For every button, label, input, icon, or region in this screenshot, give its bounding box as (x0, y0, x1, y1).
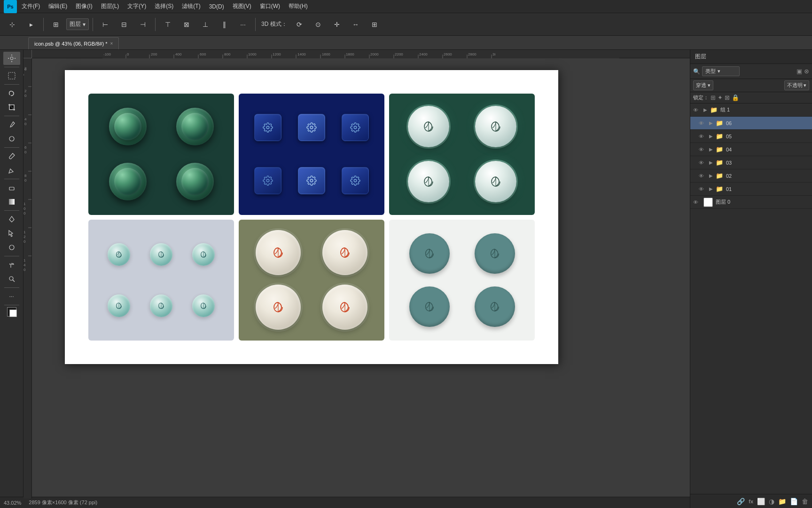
teal-small-btn-4[interactable] (108, 294, 130, 317)
flat-teal-btn-4[interactable] (475, 286, 515, 327)
menu-file[interactable]: 文件(F) (18, 1, 44, 11)
lock-artboard-icon[interactable]: ⊠ (725, 94, 730, 101)
delete-layer-btn[interactable]: 🗑 (802, 498, 808, 505)
pen-tool[interactable] (3, 213, 20, 226)
silver-leaf-btn-4[interactable] (475, 161, 516, 202)
menu-layer[interactable]: 图层(L) (97, 1, 123, 11)
arrow-select-tool[interactable] (3, 227, 20, 240)
link-layers-btn[interactable]: 🔗 (737, 498, 745, 505)
more-options-btn[interactable]: ··· (234, 16, 251, 33)
shape-tool[interactable] (3, 241, 20, 254)
metal-sphere-1[interactable] (109, 108, 147, 145)
gear-btn-6[interactable] (342, 167, 369, 194)
brush-tool[interactable] (3, 150, 20, 163)
teal-small-btn-5[interactable] (150, 294, 172, 317)
gear-btn-3[interactable] (342, 114, 369, 141)
clone-tool[interactable] (3, 164, 20, 177)
teal-small-btn-2[interactable] (150, 243, 172, 266)
eyedropper-tool[interactable] (3, 118, 20, 131)
menu-filter[interactable]: 滤镜(T) (178, 1, 204, 11)
3d-scale-btn[interactable]: ⊞ (366, 16, 383, 33)
adjustment-layer-btn[interactable]: ◑ (769, 498, 774, 505)
metal-sphere-4[interactable] (176, 163, 214, 200)
lasso-tool[interactable] (3, 87, 20, 100)
flat-teal-btn-3[interactable] (409, 286, 450, 327)
align-right-btn[interactable]: ⊣ (134, 16, 151, 33)
metal-sphere-3[interactable] (109, 163, 147, 200)
tool-arrow-btn[interactable]: ▸ (23, 16, 39, 33)
layer-item-03[interactable]: 👁 ▶ 📁 03 (690, 156, 812, 169)
align-center-h-btn[interactable]: ⊟ (116, 16, 133, 33)
3d-roll-btn[interactable]: ⊙ (310, 16, 327, 33)
olive-leaf-btn-1[interactable] (256, 230, 301, 275)
visibility-icon[interactable]: 👁 (693, 107, 701, 113)
metal-sphere-2[interactable] (176, 108, 214, 145)
zoom-tool[interactable] (3, 272, 20, 286)
type-dropdown[interactable]: 类型 ▾ (702, 66, 740, 76)
menu-edit[interactable]: 编辑(E) (45, 1, 71, 11)
gear-btn-2[interactable] (298, 114, 325, 141)
add-mask-btn[interactable]: ⬜ (757, 498, 765, 505)
filter-pixel-icon[interactable]: ▣ (796, 68, 802, 75)
transform-btn[interactable]: ⊞ (47, 16, 64, 33)
heal-tool[interactable] (3, 132, 20, 145)
menu-3d[interactable]: 3D(D) (205, 2, 228, 11)
teal-small-btn-6[interactable] (192, 294, 215, 317)
lock-pixels-icon[interactable]: ⊞ (710, 94, 716, 101)
gradient-tool[interactable] (3, 195, 20, 208)
new-group-btn[interactable]: 📁 (778, 498, 786, 505)
visibility-icon[interactable]: 👁 (699, 160, 706, 166)
olive-leaf-btn-2[interactable] (322, 230, 367, 275)
canvas-tab[interactable]: icon.psb @ 43% (06, RGB/8#) * × (28, 37, 119, 49)
visibility-icon[interactable]: 👁 (693, 199, 701, 205)
expand-icon[interactable]: ▶ (709, 160, 713, 165)
menu-text[interactable]: 文字(Y) (124, 1, 150, 11)
layer-item-0[interactable]: 👁 图层 0 (690, 196, 812, 209)
align-top-btn[interactable]: ⊤ (159, 16, 176, 33)
align-left-btn[interactable]: ⊢ (97, 16, 114, 33)
menu-help[interactable]: 帮助(H) (285, 1, 312, 11)
new-layer-btn[interactable]: 📄 (790, 498, 798, 505)
visibility-icon[interactable]: 👁 (699, 186, 706, 192)
expand-icon[interactable]: ▶ (709, 186, 713, 191)
selection-tool[interactable] (3, 69, 20, 82)
align-center-v-btn[interactable]: ⊠ (178, 16, 195, 33)
background-color[interactable] (9, 310, 17, 317)
menu-select[interactable]: 选择(S) (151, 1, 177, 11)
hand-tool[interactable] (3, 258, 20, 271)
layer-item-04[interactable]: 👁 ▶ 📁 04 (690, 143, 812, 156)
olive-leaf-btn-4[interactable] (322, 285, 367, 330)
flat-teal-btn-2[interactable] (475, 233, 515, 274)
opacity-control[interactable]: 不透明 ▾ (784, 80, 809, 90)
menu-window[interactable]: 窗口(W) (256, 1, 284, 11)
fx-btn[interactable]: fx (749, 499, 753, 504)
silver-leaf-btn-2[interactable] (475, 106, 516, 147)
move-tool[interactable] (3, 52, 20, 65)
visibility-icon[interactable]: 👁 (699, 120, 706, 126)
expand-icon[interactable]: ▶ (709, 173, 713, 178)
crop-tool[interactable] (3, 101, 20, 114)
layer-mode-select[interactable]: 图层 ▾ (66, 18, 89, 30)
tab-close-btn[interactable]: × (110, 41, 113, 46)
move-tool-btn[interactable]: ⊹ (4, 16, 21, 33)
expand-icon[interactable]: ▶ (709, 147, 713, 152)
align-bottom-btn[interactable]: ⊥ (197, 16, 214, 33)
more-tools-btn[interactable]: ··· (3, 290, 20, 303)
foreground-color[interactable] (7, 307, 16, 317)
silver-leaf-btn-1[interactable] (408, 106, 449, 147)
gear-btn-5[interactable] (298, 167, 325, 194)
expand-icon[interactable]: ▶ (709, 120, 713, 126)
menu-image[interactable]: 图像(I) (72, 1, 96, 11)
layer-item-06[interactable]: 👁 ▶ 📁 06 (690, 117, 812, 130)
blend-mode-dropdown[interactable]: 穿透 ▾ (693, 80, 713, 90)
flat-teal-btn-1[interactable] (409, 233, 450, 274)
layer-item-group1[interactable]: 👁 ▶ 📁 组 1 (690, 103, 812, 117)
menu-view[interactable]: 视图(V) (229, 1, 255, 11)
lock-position-icon[interactable]: ✦ (718, 94, 723, 101)
olive-leaf-btn-3[interactable] (256, 285, 301, 330)
silver-leaf-btn-3[interactable] (408, 161, 449, 202)
teal-small-btn-1[interactable] (108, 243, 130, 266)
3d-pan-btn[interactable]: ✛ (328, 16, 345, 33)
layer-item-02[interactable]: 👁 ▶ 📁 02 (690, 169, 812, 183)
lock-all-icon[interactable]: 🔒 (732, 94, 739, 101)
